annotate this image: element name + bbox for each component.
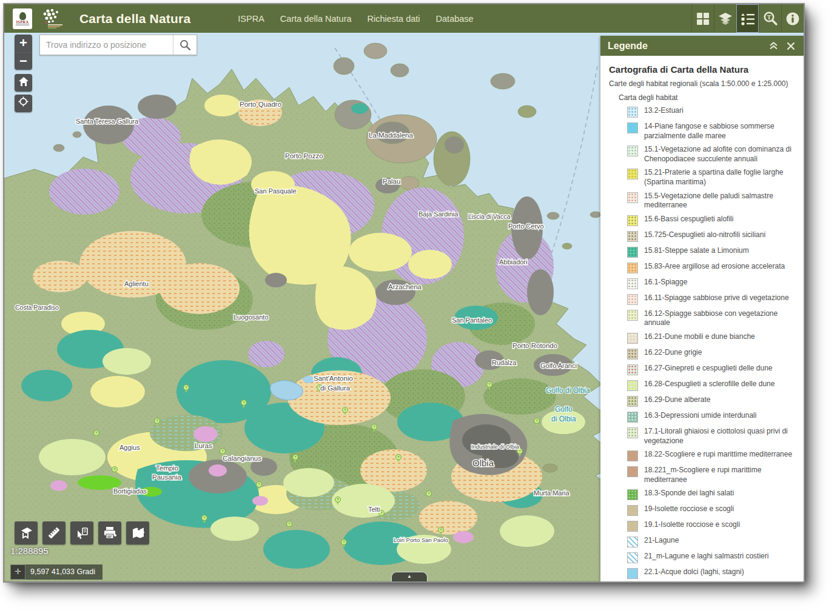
legend-swatch [627,192,638,203]
legend-item: 15.21-Praterie a spartina dalle foglie l… [627,168,800,187]
legend-item: 16.12-Spiagge sabbiose con vegetazione a… [627,309,800,328]
nav-carta-della-natura[interactable]: Carta della Natura [280,14,352,24]
legend-item: 16.27-Ginepreti e cespuglieti delle dune [627,364,800,375]
legend-panel-header: Legende [600,36,804,56]
legend-swatch [627,247,638,258]
legend-item-label: 16.11-Spiagge sabbiose prive di vegetazi… [644,293,789,303]
map-place-label: Arzachena [388,283,422,290]
legend-item-label: 16.21-Dune mobili e dune bianche [644,332,755,342]
legend-item: 16.11-Spiagge sabbiose prive di vegetazi… [627,293,800,305]
legend-swatch [627,310,638,321]
home-button[interactable] [15,74,32,92]
add-data-tool-button[interactable] [126,521,149,544]
map-place-label: Porto Cervo [508,223,544,230]
measure-tool-button[interactable] [42,521,66,544]
nav-ispra[interactable]: ISPRA [238,14,264,24]
legend-item: 16.1-Spiagge [627,278,800,289]
map-place-label: Costa Paradiso [15,304,59,311]
search-attributes-button[interactable]: T [759,4,781,33]
legend-item-label: 15.5-Vegetazione delle paludi salmastre … [644,192,800,210]
legend-swatch [627,169,638,179]
legend-swatch [627,412,638,423]
legend-item-label: 19-Isolette rocciose e scogli [644,504,734,514]
map-place-label: Olbia [472,458,494,468]
legend-item: 15.5-Vegetazione delle paludi salmastre … [627,192,800,210]
legend-swatch [627,489,638,500]
legend-swatch [627,146,638,156]
grid-icon [696,12,710,25]
legend-item: 16.22-Dune grigie [627,348,800,360]
legend-subtitle: Carte degli habitat regionali (scala 1:5… [609,79,800,88]
map-place-label: Liscia di Vacca [468,213,510,220]
collapse-panel-button[interactable] [769,42,778,50]
search-button[interactable] [173,35,197,55]
legend-item-label: 15.6-Bassi cespuglieti alofili [644,215,733,224]
locate-icon [18,96,29,107]
legend-scroll-area[interactable]: Cartografia di Carta della Natura Carte … [600,56,804,581]
ispra-logo[interactable]: ISPRA [13,8,32,29]
legend-swatch [627,568,638,579]
bookmark-tool-button[interactable] [15,521,38,544]
legend-item: 15.725-Cespuglieti alo-nitrofili sicilia… [627,230,800,242]
attribute-table-expander[interactable]: ▲ [391,572,428,581]
zoom-in-button[interactable]: + [15,35,32,52]
app-title: Carta della Natura [79,12,190,26]
legend-item: 17.1-Litorali ghiaiosi e ciottolosi quas… [627,427,800,446]
legend-item-label: 18.22-Scogliere e rupi marittime mediter… [644,450,792,460]
nav-richiesta-dati[interactable]: Richiesta dati [368,14,420,24]
map-place-label: Pausania [152,474,182,481]
map-place-label: La Maddalena [369,132,413,139]
legend-item: 21_m-Lagune e laghi salmastri costieri [627,552,800,563]
legend-item: 19.1-Isolette rocciose e scogli [627,520,800,532]
map-place-label: Aglientu [124,280,149,287]
map-place-label: Baja Sardinia [418,210,459,218]
map-place-label: San Pasquale [255,187,297,195]
nav-database[interactable]: Database [436,14,474,24]
map-place-label: Luras [195,442,212,449]
legend-item-label: 15.21-Praterie a spartina dalle foglie l… [644,168,800,187]
legend-item: 18.3-Sponde dei laghi salati [627,489,800,500]
legend-item: 15.83-Aree argillose ad erosione acceler… [627,262,800,273]
zoom-out-button[interactable]: − [15,52,32,70]
map-place-label: Telti [368,506,380,513]
close-panel-button[interactable] [787,42,795,50]
legend-item: 16.29-Dune alberate [627,395,800,407]
legend-item-label: 15.83-Aree argillose ad erosione acceler… [644,262,785,272]
legend-item: 19-Isolette rocciose e scogli [627,504,800,516]
legend-item: 15.81-Steppe salate a Limonium [627,246,800,258]
select-features-tool-button[interactable] [70,521,93,544]
legend-layer-title: Carta degli habitat [619,93,800,102]
double-chevron-up-icon [769,42,778,50]
legend-item: 16.3-Depressioni umide interdunali [627,411,800,423]
legend-item: 13.2-Estuari [627,106,800,118]
basemap-gallery-button[interactable] [691,4,714,33]
legend-swatch [627,450,638,461]
pan-mode-button[interactable]: ✛ [10,564,25,580]
home-icon [19,77,29,86]
app-window: ISPRA Carta della Natura ISPRA Carta del… [4,4,804,581]
map-place-label: di Gallura [320,384,351,392]
legend-button[interactable] [736,4,759,33]
info-button[interactable] [781,4,804,33]
map-place-label: Murta Maria [534,489,570,497]
legend-item-label: 14-Piane fangose e sabbiose sommerse par… [644,122,800,141]
carta-natura-logo[interactable] [38,8,66,30]
locate-button[interactable] [15,95,32,112]
search-input[interactable] [40,35,173,55]
legend-swatch [627,537,638,547]
print-tool-button[interactable] [98,521,121,544]
legend-item-label: 18.3-Sponde dei laghi salati [644,489,734,498]
legend-item: 15.6-Bassi cespuglieti alofili [627,215,800,226]
legend-list-icon [741,12,754,25]
legend-swatch [627,466,638,477]
legend-swatch [627,552,638,563]
ispra-emblem-icon [19,12,26,20]
legend-swatch [627,231,638,242]
scale-label: 1:288895 [10,546,49,556]
legend-item-label: 16.12-Spiagge sabbiose con vegetazione a… [644,309,800,328]
layers-button[interactable] [714,4,736,33]
info-icon [785,12,800,26]
legend-swatch [627,364,638,375]
legend-item-label: 15.81-Steppe salate a Limonium [644,246,749,256]
legend-item-label: 15.1-Vegetazione ad alofite con dominanz… [644,145,800,164]
